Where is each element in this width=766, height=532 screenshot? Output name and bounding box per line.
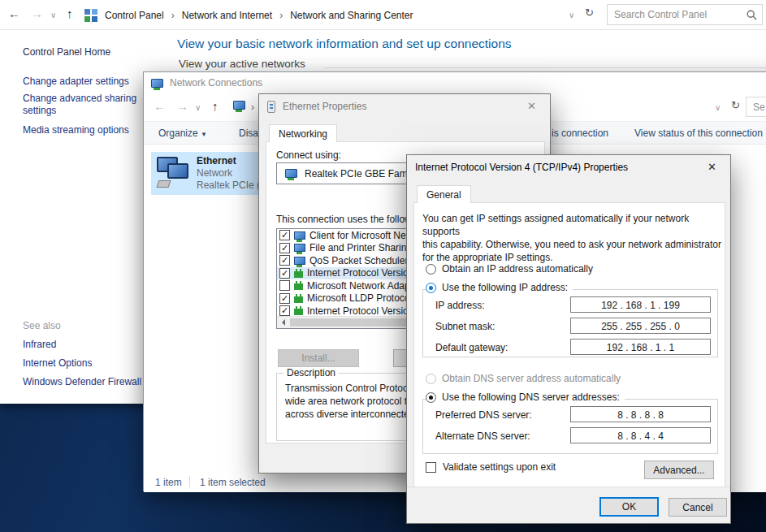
breadcrumb: Control Panel › Network and Internet › N… xyxy=(84,0,413,30)
view-status-command[interactable]: View status of this connection xyxy=(634,128,763,139)
sidebar-item-windows-defender-firewall[interactable]: Windows Defender Firewall xyxy=(23,376,145,388)
tab-general[interactable]: General xyxy=(417,185,471,203)
ip-address-field[interactable]: 192 . 168 . 1 . 199 xyxy=(570,296,711,313)
subnet-mask-field[interactable]: 255 . 255 . 255 . 0 xyxy=(570,318,711,334)
section-heading: View your active networks xyxy=(179,58,305,70)
sidebar-item-internet-options[interactable]: Internet Options xyxy=(23,357,145,370)
organize-menu[interactable]: Organize ▼ xyxy=(158,128,207,139)
radio-use-ip[interactable]: Use the following IP address: xyxy=(426,282,573,293)
preferred-dns-label: Preferred DNS server: xyxy=(435,409,532,421)
adapter-icon xyxy=(285,169,297,178)
protocol-icon xyxy=(294,296,303,303)
list-item-label: Microsoft LLDP Protocol xyxy=(307,292,412,304)
sidebar-item-infrared[interactable]: Infrared xyxy=(23,339,145,351)
forward-icon[interactable]: → xyxy=(176,99,188,113)
dialog-title: Ethernet Properties xyxy=(283,101,366,112)
selected-count: 1 item selected xyxy=(200,477,266,488)
scrollbar-thumb[interactable] xyxy=(290,318,420,327)
back-icon[interactable]: ← xyxy=(8,6,20,20)
ethernet-properties-titlebar[interactable]: Ethernet Properties xyxy=(259,94,550,119)
list-item-label: Client for Microsoft Netwo xyxy=(309,230,421,241)
advanced-button[interactable]: Advanced... xyxy=(644,461,714,479)
tab-networking[interactable]: Networking xyxy=(269,124,337,142)
checkbox-icon[interactable] xyxy=(279,280,290,291)
forward-icon[interactable]: → xyxy=(31,6,43,20)
client-icon xyxy=(294,231,305,240)
validate-settings-checkbox[interactable]: Validate settings upon exit xyxy=(426,461,556,473)
history-chevron-icon[interactable]: ∨ xyxy=(50,11,56,19)
radio-use-dns[interactable]: Use the following DNS server addresses: xyxy=(426,391,625,403)
preferred-dns-field[interactable]: 8 . 8 . 8 . 8 xyxy=(570,406,711,422)
intro-text: You can get IP settings assigned automat… xyxy=(422,212,725,264)
status-divider xyxy=(189,476,190,487)
protocol-icon xyxy=(294,283,303,290)
client-icon xyxy=(294,244,305,252)
address-dropdown-icon[interactable]: ∨ xyxy=(715,103,721,112)
dialog-footer: OK Cancel xyxy=(407,487,730,523)
sidebar-item-change-adapter-settings[interactable]: Change adapter settings xyxy=(23,76,145,88)
network-connections-icon xyxy=(151,79,163,88)
breadcrumb-separator-icon: › xyxy=(251,102,254,113)
search-box xyxy=(607,4,763,25)
radio-label: Use the following IP address: xyxy=(442,282,568,293)
breadcrumb-network-sharing-center[interactable]: Network and Sharing Center xyxy=(290,10,413,21)
checkbox-icon[interactable] xyxy=(279,293,290,304)
scroll-left-icon[interactable] xyxy=(277,317,289,328)
adapter-card-icon xyxy=(267,101,275,113)
radio-obtain-ip[interactable]: Obtain an IP address automatically xyxy=(426,263,598,275)
alternate-dns-label: Alternate DNS server: xyxy=(435,430,530,442)
checkbox-icon[interactable] xyxy=(279,305,290,316)
breadcrumb-network-and-internet[interactable]: Network and Internet xyxy=(182,10,272,21)
list-item-label: Internet Protocol Version xyxy=(307,267,413,279)
radio-icon xyxy=(426,374,436,384)
checkbox-icon[interactable] xyxy=(279,230,290,240)
item-count: 1 item xyxy=(155,477,182,488)
back-icon[interactable]: ← xyxy=(154,99,166,113)
checkbox-icon[interactable] xyxy=(279,268,290,279)
control-panel-address-bar: ← → ∨ ↑ Control Panel › Network and Inte… xyxy=(0,0,766,30)
sidebar-item-media-streaming[interactable]: Media streaming options xyxy=(23,124,145,136)
default-gateway-field[interactable]: 192 . 168 . 1 . 1 xyxy=(570,339,711,355)
radio-icon xyxy=(426,283,436,293)
history-chevron-icon[interactable]: ∨ xyxy=(195,103,201,112)
sidebar-item-home[interactable]: Control Panel Home xyxy=(23,46,110,58)
close-icon[interactable]: ✕ xyxy=(694,155,730,179)
sidebar-item-change-advanced-sharing[interactable]: Change advanced sharing settings xyxy=(23,93,145,117)
install-button[interactable]: Install... xyxy=(278,349,359,367)
diagnose-connection-command[interactable]: is connection xyxy=(552,128,608,139)
search-input[interactable] xyxy=(608,9,747,20)
description-label: Description xyxy=(283,367,339,378)
chevron-down-icon: ▼ xyxy=(201,131,207,138)
cancel-button[interactable]: Cancel xyxy=(669,498,727,517)
up-icon[interactable]: ↑ xyxy=(212,99,219,113)
up-icon[interactable]: ↑ xyxy=(67,6,73,20)
radio-label: Use the following DNS server addresses: xyxy=(442,391,620,403)
radio-icon xyxy=(426,392,436,403)
checkbox-icon[interactable] xyxy=(279,255,290,266)
page-title: View your basic network information and … xyxy=(177,37,512,51)
radio-icon xyxy=(426,264,436,275)
search-input[interactable]: Se xyxy=(746,97,766,117)
radio-label: Obtain an IP address automatically xyxy=(442,263,593,275)
radio-obtain-dns[interactable]: Obtain DNS server address automatically xyxy=(426,373,625,384)
desktop: { "colors": { "accent": "#0078d7", "head… xyxy=(0,0,766,532)
general-tab-page: You can get IP settings assigned automat… xyxy=(413,202,725,488)
close-icon[interactable]: ✕ xyxy=(513,94,550,118)
network-connections-titlebar[interactable]: Network Connections xyxy=(144,72,766,93)
search-icon[interactable] xyxy=(747,10,757,20)
ok-button[interactable]: OK xyxy=(599,497,659,517)
address-dropdown-icon[interactable]: ∨ xyxy=(569,11,574,19)
client-icon xyxy=(294,257,305,265)
alternate-dns-field[interactable]: 8 . 8 . 4 . 4 xyxy=(570,427,711,443)
checkbox-icon[interactable] xyxy=(279,243,290,253)
breadcrumb-folder-icon xyxy=(233,101,245,110)
ipv4-properties-titlebar[interactable]: Internet Protocol Version 4 (TCP/IPv4) P… xyxy=(407,155,730,179)
list-item-label: Internet Protocol Version xyxy=(307,305,413,317)
radio-label: Obtain DNS server address automatically xyxy=(442,373,621,384)
refresh-icon[interactable]: ↻ xyxy=(731,99,740,111)
dialog-title: Internet Protocol Version 4 (TCP/IPv4) P… xyxy=(415,162,628,173)
ipv4-properties-dialog: Internet Protocol Version 4 (TCP/IPv4) P… xyxy=(406,154,731,524)
ethernet-adapter-icon xyxy=(156,156,195,190)
breadcrumb-control-panel[interactable]: Control Panel xyxy=(105,10,164,21)
refresh-icon[interactable]: ↻ xyxy=(585,6,594,19)
